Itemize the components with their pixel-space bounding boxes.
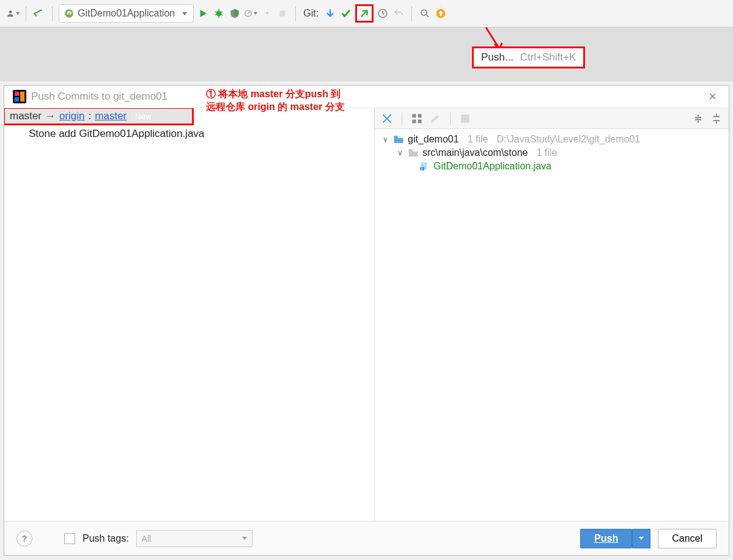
chevron-down-icon[interactable]: ∨	[396, 149, 404, 157]
undo-icon[interactable]	[392, 7, 405, 20]
dialog-footer: ? Push tags: All Push Cancel	[4, 521, 729, 555]
history-icon[interactable]	[376, 7, 389, 20]
svg-point-1	[65, 9, 73, 17]
group-by-icon[interactable]	[381, 112, 393, 125]
tree-file-label: GitDemo01Application.java	[433, 161, 551, 172]
folder-icon	[408, 148, 419, 158]
files-toolbar	[375, 108, 729, 129]
stop-icon[interactable]	[276, 7, 289, 20]
dialog-header: Push Commits to git_demo01 ×	[4, 86, 729, 108]
sync-icon[interactable]	[32, 7, 46, 20]
user-icon[interactable]	[6, 7, 20, 20]
tooltip-shortcut: Ctrl+Shift+K	[520, 51, 576, 63]
svg-rect-11	[20, 92, 24, 102]
layout-icon[interactable]	[411, 112, 423, 125]
dialog-title: Push Commits to git_demo01	[31, 90, 168, 103]
remote-branch-link[interactable]: master	[95, 110, 127, 122]
svg-point-2	[216, 11, 222, 17]
push-dialog: Push Commits to git_demo01 × ① 将本地 maste…	[4, 85, 729, 556]
push-button[interactable]: Push	[580, 529, 632, 548]
files-pane: ∨ git_demo01 1 file D:\JavaStudy\Level2\…	[374, 108, 729, 521]
tooltip-label: Push...	[481, 51, 514, 63]
file-tree: ∨ git_demo01 1 file D:\JavaStudy\Level2\…	[375, 129, 729, 177]
main-toolbar: GitDemo01Application Git:	[0, 0, 733, 28]
tree-folder-label: src\main\java\com\stone	[422, 147, 528, 158]
tree-folder[interactable]: ∨ src\main\java\com\stone 1 file	[381, 146, 723, 160]
project-folder-icon	[393, 134, 404, 144]
push-tags-label: Push tags:	[83, 533, 129, 544]
push-tags-checkbox[interactable]	[64, 533, 75, 544]
edit-icon[interactable]	[429, 112, 441, 125]
search-icon[interactable]	[418, 7, 432, 20]
preview-icon[interactable]	[459, 112, 471, 125]
svg-rect-16	[461, 114, 469, 122]
svg-rect-18	[409, 149, 413, 151]
tree-root-label: git_demo01	[408, 134, 459, 145]
run-config-dropdown[interactable]: GitDemo01Application	[59, 4, 194, 23]
svg-rect-10	[15, 97, 19, 101]
svg-point-6	[421, 10, 427, 15]
svg-rect-15	[418, 119, 422, 123]
cancel-button[interactable]: Cancel	[658, 529, 716, 548]
tree-file[interactable]: J GitDemo01Application.java	[381, 160, 723, 173]
push-tags-dropdown[interactable]: All	[136, 530, 252, 547]
branch-mapping-row[interactable]: master → origin : master New	[4, 108, 194, 125]
more-run-icon[interactable]	[260, 7, 273, 20]
svg-rect-17	[394, 136, 398, 138]
tree-root[interactable]: ∨ git_demo01 1 file D:\JavaStudy\Level2\…	[381, 133, 723, 146]
git-label: Git:	[303, 8, 319, 19]
arrow-icon: →	[45, 110, 56, 122]
svg-rect-12	[413, 114, 416, 117]
svg-rect-13	[418, 114, 422, 117]
pull-icon[interactable]	[323, 7, 337, 20]
intellij-icon	[13, 90, 26, 103]
svg-point-0	[9, 10, 12, 13]
commit-message[interactable]: Stone add GitDemo01Application.java	[4, 125, 374, 142]
debug-icon[interactable]	[212, 7, 226, 20]
svg-rect-9	[15, 92, 19, 96]
run-icon[interactable]	[196, 7, 210, 20]
svg-text:J: J	[421, 167, 422, 171]
tree-folder-count: 1 file	[537, 147, 558, 158]
push-dropdown-button[interactable]	[632, 529, 650, 548]
svg-rect-14	[413, 119, 416, 123]
local-branch: master	[10, 110, 42, 122]
profile-icon[interactable]	[244, 7, 257, 20]
push-tags-option: All	[142, 534, 152, 543]
coverage-icon[interactable]	[228, 7, 241, 20]
commits-pane: master → origin : master New Stone add G…	[4, 108, 374, 521]
java-file-icon: J	[419, 161, 430, 171]
close-icon[interactable]: ×	[705, 89, 720, 105]
ide-update-icon[interactable]	[434, 7, 448, 20]
commit-icon[interactable]	[339, 7, 353, 20]
tree-root-path: D:\JavaStudy\Level2\git_demo01	[496, 134, 640, 145]
push-tooltip: Push... Ctrl+Shift+K	[472, 46, 585, 68]
help-icon[interactable]: ?	[17, 531, 32, 547]
push-icon-highlighted[interactable]	[355, 4, 374, 23]
new-badge: New	[133, 111, 153, 122]
collapse-icon[interactable]	[710, 112, 723, 125]
expand-icon[interactable]	[692, 112, 704, 125]
tree-root-count: 1 file	[468, 134, 488, 145]
push-button-group: Push	[580, 529, 650, 548]
run-config-label: GitDemo01Application	[78, 8, 175, 19]
remote-link[interactable]: origin	[59, 110, 85, 122]
background-gap	[0, 28, 733, 81]
svg-rect-4	[280, 11, 285, 17]
chevron-down-icon[interactable]: ∨	[381, 135, 389, 144]
colon: :	[89, 110, 92, 122]
